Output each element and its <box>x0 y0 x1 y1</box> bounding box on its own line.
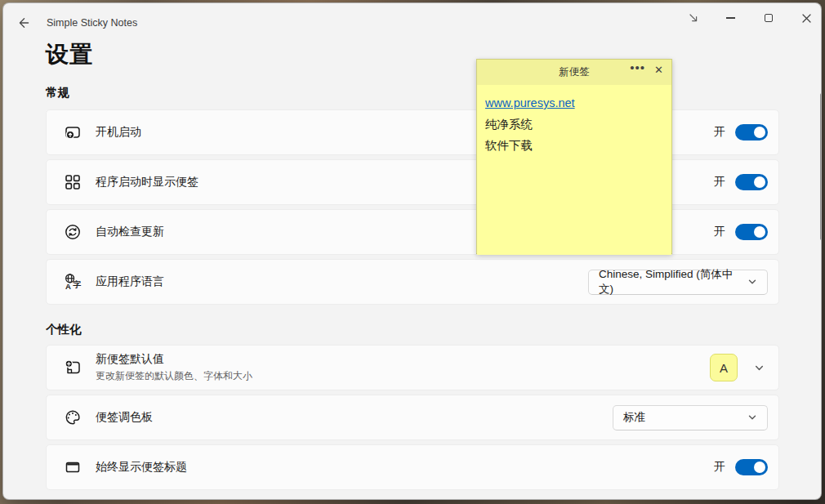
page-title: 设置 <box>46 39 93 70</box>
startup-toggle[interactable] <box>735 124 768 140</box>
sticky-note: 新便签 ••• ✕ www.puresys.net 纯净系统 软件下载 <box>476 59 672 254</box>
setting-row-language: 字A 应用程序语言 Chinese, Simplified (简体中文) <box>46 259 779 305</box>
chevron-down-icon <box>747 277 757 287</box>
toggle-knob <box>754 127 765 138</box>
setting-row-new-note-defaults[interactable]: 新便签默认值 更改新便签的默认颜色、字体和大小 A <box>46 345 779 390</box>
maximize-button[interactable] <box>751 3 787 33</box>
palette-icon <box>63 408 82 427</box>
toggle-state-label: 开 <box>714 225 725 239</box>
scrollbar-thumb[interactable] <box>820 93 822 240</box>
desktop: { "app": { "title": "Simple Sticky Notes… <box>0 0 825 504</box>
setting-label: 始终显示便签标题 <box>96 460 187 475</box>
chevron-down-icon[interactable] <box>754 363 765 373</box>
show-notes-toggle[interactable] <box>735 174 768 190</box>
svg-text:字: 字 <box>73 279 82 289</box>
resize-button[interactable] <box>676 3 711 33</box>
sync-icon <box>63 222 82 242</box>
app-title: Simple Sticky Notes <box>47 17 137 29</box>
diagonal-arrow-icon <box>688 12 699 24</box>
grid-icon <box>63 172 82 192</box>
setting-row-note-palette: 便签调色板 标准 <box>46 395 779 440</box>
swatch-letter: A <box>720 361 728 375</box>
new-note-icon <box>63 358 82 377</box>
section-header-personalization: 个性化 <box>46 322 82 337</box>
setting-label: 应用程序语言 <box>96 274 164 289</box>
back-button[interactable] <box>13 12 34 33</box>
sticky-note-titlebar[interactable]: 新便签 ••• ✕ <box>477 60 671 85</box>
note-menu-icon[interactable]: ••• <box>630 60 645 74</box>
chevron-down-icon <box>747 413 757 422</box>
settings-window: Simple Sticky Notes 设置 常规 开机启动 开 程序启动时显示… <box>2 2 822 500</box>
palette-dropdown[interactable]: 标准 <box>613 405 768 430</box>
note-link[interactable]: www.puresys.net <box>485 96 575 109</box>
language-dropdown[interactable]: Chinese, Simplified (简体中文) <box>588 270 768 295</box>
note-text-line: 纯净系统 <box>485 114 663 135</box>
toggle-state-label: 开 <box>714 125 725 140</box>
toggle-state-label: 开 <box>714 175 725 190</box>
note-title-icon <box>63 457 82 477</box>
setting-label: 自动检查更新 <box>96 225 164 239</box>
toggle-knob <box>754 176 765 188</box>
startup-icon <box>63 123 82 142</box>
setting-label: 程序启动时显示便签 <box>96 175 198 190</box>
minimize-button[interactable] <box>712 3 748 33</box>
back-arrow-icon <box>17 16 30 29</box>
language-icon: 字A <box>63 272 82 292</box>
svg-text:A: A <box>65 282 71 291</box>
auto-update-toggle[interactable] <box>735 224 768 240</box>
section-header-general: 常规 <box>46 85 69 100</box>
sticky-note-title: 新便签 <box>559 65 590 79</box>
note-color-swatch[interactable]: A <box>710 354 738 381</box>
palette-dropdown-value: 标准 <box>623 410 645 425</box>
language-dropdown-value: Chinese, Simplified (简体中文) <box>599 267 747 297</box>
setting-label: 新便签默认值 <box>96 352 252 367</box>
toggle-knob <box>754 226 765 238</box>
minimize-icon <box>726 17 735 18</box>
close-button[interactable] <box>788 3 822 33</box>
toggle-knob <box>754 462 765 473</box>
setting-row-always-show-title: 始终显示便签标题 开 <box>46 444 779 490</box>
setting-label: 开机启动 <box>96 125 141 140</box>
maximize-icon <box>765 14 773 22</box>
note-close-icon[interactable]: ✕ <box>654 64 663 76</box>
sticky-note-body[interactable]: www.puresys.net 纯净系统 软件下载 <box>477 85 671 255</box>
setting-label: 便签调色板 <box>96 410 153 425</box>
setting-sublabel: 更改新便签的默认颜色、字体和大小 <box>96 369 252 383</box>
show-title-toggle[interactable] <box>735 459 768 475</box>
close-icon <box>801 13 812 24</box>
note-text-line: 软件下载 <box>485 135 663 156</box>
toggle-state-label: 开 <box>714 460 725 475</box>
